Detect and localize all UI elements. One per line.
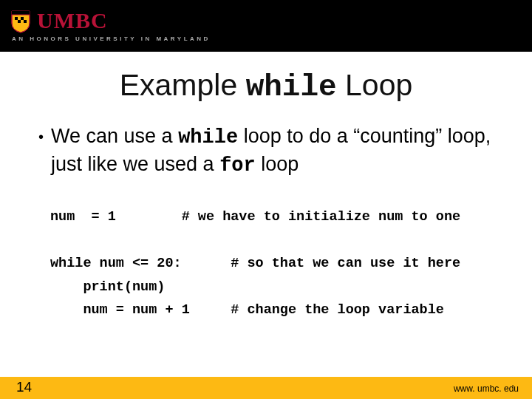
slide-title: Example while Loop xyxy=(0,68,532,104)
bullet-keyword: while xyxy=(178,126,238,149)
page-number: 14 xyxy=(16,379,32,395)
title-keyword: while xyxy=(246,70,337,104)
bullet-item: • We can use a while loop to do a “count… xyxy=(38,123,502,179)
footer-url: www. umbc. edu xyxy=(454,383,519,394)
footer-bar xyxy=(0,377,532,399)
bullet-frag: loop xyxy=(256,153,299,175)
logo-text: UMBC xyxy=(37,10,108,32)
code-line: while num <= 20: # so that we can use it… xyxy=(50,256,460,271)
svg-rect-3 xyxy=(24,20,27,23)
bullet-text: We can use a while loop to do a “countin… xyxy=(51,123,502,179)
bullet-keyword: for xyxy=(219,154,256,177)
code-block: num = 1 # we have to initialize num to o… xyxy=(38,205,502,321)
code-line: print(num) xyxy=(50,279,165,295)
title-suffix: Loop xyxy=(337,68,413,102)
svg-rect-0 xyxy=(15,17,18,20)
code-line: num = num + 1 # change the loop variable xyxy=(50,302,444,318)
svg-rect-1 xyxy=(21,17,24,20)
svg-rect-2 xyxy=(18,20,21,23)
logo: UMBC xyxy=(10,10,532,33)
tagline: AN HONORS UNIVERSITY IN MARYLAND xyxy=(12,35,532,42)
bullet-frag: We can use a xyxy=(51,125,178,147)
bullet-dot-icon: • xyxy=(38,123,44,150)
code-line: num = 1 # we have to initialize num to o… xyxy=(50,209,460,225)
umbc-shield-icon xyxy=(10,10,31,33)
header-band: UMBC AN HONORS UNIVERSITY IN MARYLAND xyxy=(0,0,532,52)
content-area: • We can use a while loop to do a “count… xyxy=(0,104,532,321)
title-prefix: Example xyxy=(120,68,246,102)
